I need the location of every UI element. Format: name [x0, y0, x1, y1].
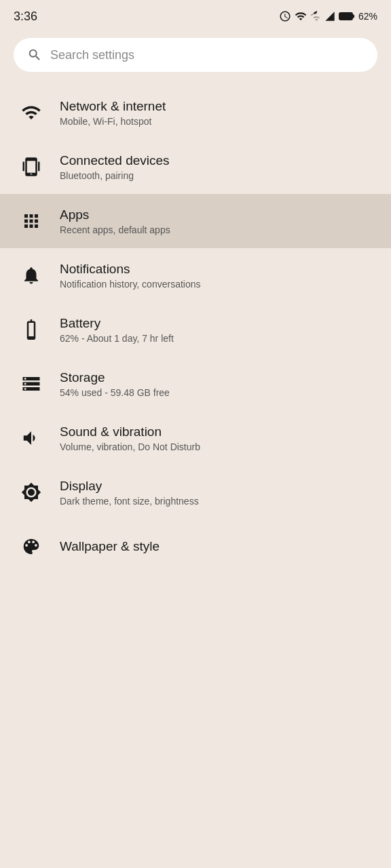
sound-text: Sound & vibration Volume, vibration, Do …: [60, 425, 200, 452]
search-bar[interactable]: Search settings: [14, 38, 377, 72]
network-title: Network & internet: [60, 99, 166, 114]
settings-item-network[interactable]: Network & internet Mobile, Wi-Fi, hotspo…: [0, 85, 391, 140]
status-time: 3:36: [14, 9, 37, 24]
storage-icon: [16, 369, 46, 399]
settings-item-wallpaper[interactable]: Wallpaper & style: [0, 519, 391, 561]
storage-title: Storage: [60, 370, 170, 385]
settings-list: Network & internet Mobile, Wi-Fi, hotspo…: [0, 85, 391, 561]
svg-rect-2: [339, 14, 348, 20]
battery-subtitle: 62% - About 1 day, 7 hr left: [60, 333, 174, 344]
settings-item-connected-devices[interactable]: Connected devices Bluetooth, pairing: [0, 140, 391, 194]
status-bar: 3:36 62%: [0, 0, 391, 30]
wallpaper-icon: [16, 532, 46, 561]
display-text: Display Dark theme, font size, brightnes…: [60, 479, 199, 507]
settings-item-notifications[interactable]: Notifications Notification history, conv…: [0, 248, 391, 302]
svg-rect-1: [352, 15, 354, 18]
network-subtitle: Mobile, Wi-Fi, hotspot: [60, 116, 166, 127]
network-text: Network & internet Mobile, Wi-Fi, hotspo…: [60, 99, 166, 127]
alarm-icon: [279, 10, 291, 22]
search-placeholder-text: Search settings: [50, 48, 134, 62]
connected-devices-text: Connected devices Bluetooth, pairing: [60, 153, 170, 181]
display-subtitle: Dark theme, font size, brightness: [60, 496, 199, 507]
sound-title: Sound & vibration: [60, 425, 200, 439]
signal-icon-1: [310, 10, 321, 22]
wallpaper-title: Wallpaper & style: [60, 539, 160, 554]
connected-devices-subtitle: Bluetooth, pairing: [60, 170, 170, 181]
battery-title: Battery: [60, 316, 174, 331]
notifications-subtitle: Notification history, conversations: [60, 279, 201, 290]
apps-text: Apps Recent apps, default apps: [60, 208, 170, 235]
wifi-status-icon: [295, 10, 307, 22]
apps-icon: [16, 206, 46, 236]
settings-item-storage[interactable]: Storage 54% used - 59.48 GB free: [0, 357, 391, 411]
settings-item-sound[interactable]: Sound & vibration Volume, vibration, Do …: [0, 411, 391, 465]
sound-icon: [16, 423, 46, 453]
signal-icon-2: [324, 10, 335, 22]
apps-title: Apps: [60, 208, 170, 222]
search-icon: [27, 47, 42, 62]
battery-status-icon: [339, 10, 355, 22]
settings-item-battery[interactable]: Battery 62% - About 1 day, 7 hr left: [0, 302, 391, 357]
network-icon: [16, 98, 46, 127]
battery-percentage: 62%: [358, 11, 377, 22]
apps-subtitle: Recent apps, default apps: [60, 224, 170, 235]
status-icons: 62%: [279, 10, 377, 22]
battery-icon: [16, 315, 46, 344]
sound-subtitle: Volume, vibration, Do Not Disturb: [60, 441, 200, 452]
notifications-text: Notifications Notification history, conv…: [60, 262, 201, 290]
settings-item-display[interactable]: Display Dark theme, font size, brightnes…: [0, 465, 391, 519]
connected-devices-title: Connected devices: [60, 153, 170, 168]
notifications-title: Notifications: [60, 262, 201, 277]
search-bar-container: Search settings: [0, 30, 391, 85]
settings-item-apps[interactable]: Apps Recent apps, default apps: [0, 194, 391, 248]
battery-text: Battery 62% - About 1 day, 7 hr left: [60, 316, 174, 344]
display-title: Display: [60, 479, 199, 494]
connected-devices-icon: [16, 152, 46, 182]
wallpaper-text: Wallpaper & style: [60, 539, 160, 554]
storage-text: Storage 54% used - 59.48 GB free: [60, 370, 170, 398]
notifications-icon: [16, 260, 46, 290]
storage-subtitle: 54% used - 59.48 GB free: [60, 387, 170, 398]
display-icon: [16, 477, 46, 507]
